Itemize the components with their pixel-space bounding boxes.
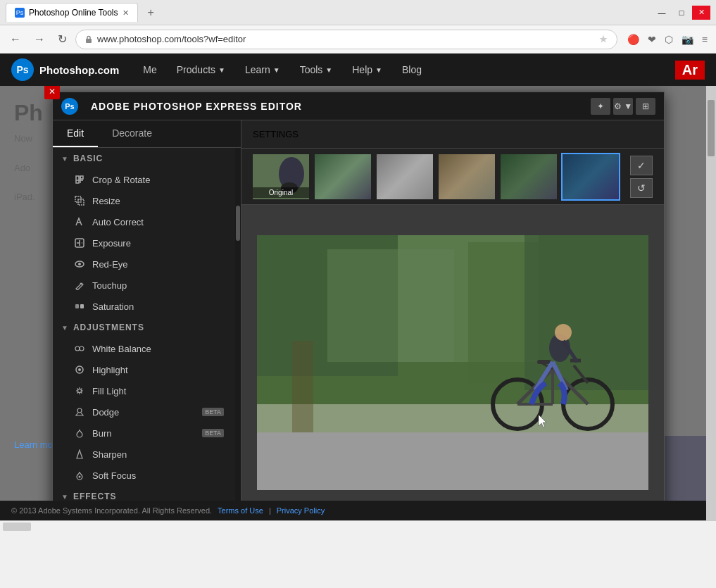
tab-decorate[interactable]: Decorate: [98, 120, 166, 147]
tab-title: Photoshop Online Tools: [29, 8, 118, 18]
canvas-area: [241, 205, 664, 520]
nav-item-tools[interactable]: Tools ▼: [290, 54, 343, 86]
sharpen-label: Sharpen: [92, 449, 224, 460]
sync-icon[interactable]: ⬡: [662, 31, 676, 48]
menu-item-burn[interactable]: Burn BETA: [53, 423, 235, 444]
saturation-icon: [74, 301, 85, 312]
thumbnail-5[interactable]: [563, 154, 619, 199]
svg-point-12: [78, 389, 82, 393]
tab-close-btn[interactable]: ✕: [123, 8, 129, 18]
svg-point-9: [80, 346, 84, 351]
menu-item-crop[interactable]: Crop & Rotate: [53, 169, 235, 190]
minimize-button[interactable]: —: [653, 6, 671, 20]
softfocus-icon: [74, 470, 85, 481]
browser-titlebar: Ps Photoshop Online Tools ✕ + — □ ✕: [0, 0, 716, 25]
menu-icon[interactable]: ≡: [699, 31, 710, 48]
modal-body: Edit Decorate ▼ BASIC: [53, 120, 664, 520]
basic-section-header[interactable]: ▼ BASIC: [53, 148, 235, 169]
menu-item-whitebalance[interactable]: White Balance: [53, 338, 235, 359]
nav-item-products[interactable]: Products ▼: [167, 54, 235, 86]
thumbnail-1[interactable]: [315, 154, 371, 199]
svg-point-14: [79, 476, 81, 478]
touchup-icon: [74, 280, 85, 291]
whitebalance-label: White Balance: [92, 344, 224, 354]
back-button[interactable]: ←: [6, 30, 25, 49]
menu-item-softfocus[interactable]: Soft Focus: [53, 465, 235, 486]
confirm-thumbnail-button[interactable]: ✓: [630, 156, 653, 175]
menu-item-highlight[interactable]: Highlight: [53, 359, 235, 380]
extensions-icon[interactable]: ❤: [645, 31, 659, 48]
site-logo[interactable]: Ps Photoshop.com: [11, 58, 119, 81]
softfocus-label: Soft Focus: [92, 470, 224, 481]
exposure-label: Exposure: [92, 238, 224, 249]
new-tab-button[interactable]: +: [141, 2, 161, 23]
settings-label: SETTINGS: [253, 129, 299, 139]
main-scrollbar[interactable]: [706, 86, 716, 520]
footer-privacy[interactable]: Privacy Policy: [277, 506, 325, 515]
forward-button[interactable]: →: [30, 30, 49, 49]
address-bar[interactable]: www.photoshop.com/tools?wf=editor: [75, 30, 617, 49]
left-panel: Edit Decorate ▼ BASIC: [53, 120, 241, 520]
svg-point-13: [77, 408, 82, 413]
toolbar-icons: 🔴 ❤ ⬡ 📷 ≡: [624, 31, 710, 48]
thumbnail-0[interactable]: Original: [253, 154, 309, 199]
thumbnail-action-buttons: ✓ ↺: [630, 156, 653, 198]
panel-scrollbar[interactable]: [235, 148, 241, 520]
url-text: www.photoshop.com/tools?wf=editor: [97, 34, 594, 44]
footer-terms[interactable]: Terms of Use: [218, 506, 263, 515]
crop-icon: [74, 174, 85, 185]
logo-text: Photoshop.com: [39, 64, 119, 76]
svg-point-8: [75, 346, 80, 351]
star-icon[interactable]: [598, 35, 608, 44]
window-controls: — □ ✕: [653, 6, 710, 20]
modal-header-buttons: ✦ ⚙ ▼ ⊞: [591, 98, 655, 115]
close-button[interactable]: ✕: [692, 6, 710, 20]
burn-icon: [74, 427, 85, 439]
highlight-icon: [74, 364, 85, 375]
menu-item-autocorrect[interactable]: Auto Correct: [53, 211, 235, 232]
nav-item-me[interactable]: Me: [133, 54, 166, 86]
editor-modal: ✕ Ps ADOBE PHOTOSHOP EXPRESS EDITOR ✦ ⚙ …: [52, 92, 665, 520]
refresh-button[interactable]: ↻: [54, 30, 71, 49]
lock-icon: [84, 35, 93, 44]
menu-item-resize[interactable]: Resize: [53, 190, 235, 211]
bookmark-icon[interactable]: 🔴: [624, 31, 642, 48]
menu-item-redeye[interactable]: Red-Eye: [53, 254, 235, 275]
adjustments-section-header[interactable]: ▼ ADJUSTMENTS: [53, 317, 235, 338]
menu-item-saturation[interactable]: Saturation: [53, 296, 235, 317]
products-arrow: ▼: [218, 66, 225, 74]
menu-item-touchup[interactable]: Touchup: [53, 275, 235, 296]
filllight-label: Fill Light: [92, 386, 224, 396]
tools-arrow: ▼: [325, 66, 332, 74]
menu-item-filllight[interactable]: Fill Light: [53, 380, 235, 401]
panel-scrollbar-thumb: [236, 206, 240, 241]
canvas-svg: [257, 235, 648, 490]
thumbnail-4[interactable]: [501, 154, 557, 199]
thumbnail-2[interactable]: [377, 154, 433, 199]
nav-item-blog[interactable]: Blog: [392, 54, 432, 86]
menu-item-dodge[interactable]: Dodge BETA: [53, 401, 235, 423]
nav-item-learn[interactable]: Learn ▼: [235, 54, 290, 86]
logo-icon: Ps: [11, 58, 34, 81]
autocorrect-label: Auto Correct: [92, 217, 224, 227]
menu-item-exposure[interactable]: Exposure: [53, 232, 235, 254]
gear-button[interactable]: ⚙ ▼: [613, 98, 633, 115]
reset-thumbnail-button[interactable]: ↺: [630, 178, 653, 198]
tab-edit[interactable]: Edit: [53, 120, 98, 147]
sharpen-icon: [74, 449, 85, 460]
fullscreen-button[interactable]: ⊞: [636, 98, 655, 115]
maximize-button[interactable]: □: [672, 6, 691, 20]
thumbnail-3[interactable]: [439, 154, 495, 199]
nav-item-help[interactable]: Help ▼: [342, 54, 392, 86]
menu-item-sharpen[interactable]: Sharpen: [53, 444, 235, 465]
svg-point-11: [78, 368, 81, 371]
adobe-logo: Ar: [675, 61, 705, 80]
settings-bar: SETTINGS: [241, 120, 664, 149]
modal-close-button[interactable]: ✕: [44, 86, 60, 99]
browser-scrollbar[interactable]: [0, 520, 716, 532]
wand-button[interactable]: ✦: [591, 98, 610, 115]
footer: © 2013 Adobe Systems Incorporated. All R…: [0, 501, 716, 520]
browser-scrollbar-thumb: [3, 523, 31, 531]
browser-tab[interactable]: Ps Photoshop Online Tools ✕: [6, 3, 138, 22]
screenshot-icon[interactable]: 📷: [679, 31, 696, 48]
